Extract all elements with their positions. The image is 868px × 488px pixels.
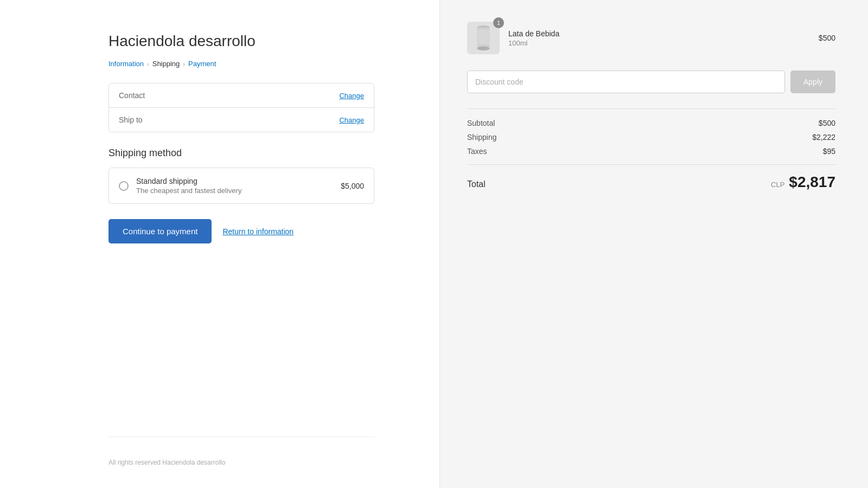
taxes-row: Taxes $95: [467, 147, 835, 156]
total-label: Total: [467, 179, 486, 189]
breadcrumb-sep-1: ›: [147, 61, 149, 67]
subtotal-row: Subtotal $500: [467, 119, 835, 127]
right-panel: 1 Lata de Bebida 100ml $500 Apply Subtot…: [439, 0, 868, 488]
footer-text: All rights reserved Haciendola desarroll…: [108, 436, 374, 466]
product-left: 1 Lata de Bebida 100ml: [467, 22, 559, 54]
breadcrumb: Information › Shipping › Payment: [108, 60, 374, 68]
shipping-option-price: $5,000: [341, 182, 364, 190]
product-badge: 1: [493, 17, 504, 28]
info-box: Contact Change Ship to Change: [108, 83, 374, 132]
breadcrumb-information[interactable]: Information: [108, 60, 144, 68]
shipping-radio[interactable]: [119, 181, 129, 191]
svg-rect-3: [477, 30, 489, 44]
shipto-label: Ship to: [119, 115, 143, 124]
discount-row: Apply: [467, 70, 835, 93]
apply-discount-button[interactable]: Apply: [790, 70, 835, 93]
product-row: 1 Lata de Bebida 100ml $500: [467, 22, 835, 54]
discount-code-input[interactable]: [467, 70, 785, 93]
total-right: CLP $2,817: [771, 174, 835, 191]
shipping-option-desc: The cheapest and fastest delivery: [136, 187, 241, 195]
subtotal-label: Subtotal: [467, 119, 495, 127]
breadcrumb-sep-2: ›: [183, 61, 185, 67]
subtotal-value: $500: [819, 119, 835, 127]
taxes-value: $95: [823, 147, 835, 156]
shipping-label: Shipping: [467, 133, 497, 142]
shipping-option-left: Standard shipping The cheapest and faste…: [119, 177, 241, 195]
taxes-label: Taxes: [467, 147, 487, 156]
product-price: $500: [819, 34, 835, 42]
shipping-option-box[interactable]: Standard shipping The cheapest and faste…: [108, 168, 374, 204]
shipping-option-name: Standard shipping: [136, 177, 241, 185]
total-amount: $2,817: [789, 174, 835, 191]
product-info: Lata de Bebida 100ml: [508, 29, 559, 47]
total-row: Total CLP $2,817: [467, 164, 835, 191]
breadcrumb-payment: Payment: [188, 60, 216, 68]
product-image-wrapper: 1: [467, 22, 500, 54]
button-row: Continue to payment Return to informatio…: [108, 219, 374, 243]
svg-point-2: [477, 46, 489, 50]
shipping-method-title: Shipping method: [108, 147, 374, 159]
return-to-information-button[interactable]: Return to information: [222, 227, 293, 236]
shipping-value: $2,222: [812, 133, 835, 142]
shipping-row: Shipping $2,222: [467, 133, 835, 142]
summary-divider: [467, 108, 835, 109]
product-desc: 100ml: [508, 39, 559, 47]
product-name: Lata de Bebida: [508, 29, 559, 38]
left-panel: Haciendola desarrollo Information › Ship…: [0, 0, 439, 488]
shipto-row: Ship to Change: [109, 108, 374, 132]
contact-label: Contact: [119, 91, 145, 100]
continue-to-payment-button[interactable]: Continue to payment: [108, 219, 212, 243]
store-title: Haciendola desarrollo: [108, 33, 374, 50]
contact-change-button[interactable]: Change: [339, 92, 364, 100]
contact-row: Contact Change: [109, 84, 374, 108]
breadcrumb-shipping: Shipping: [152, 60, 180, 68]
total-currency: CLP: [771, 181, 784, 189]
shipto-change-button[interactable]: Change: [339, 116, 364, 124]
shipping-option-info: Standard shipping The cheapest and faste…: [136, 177, 241, 195]
